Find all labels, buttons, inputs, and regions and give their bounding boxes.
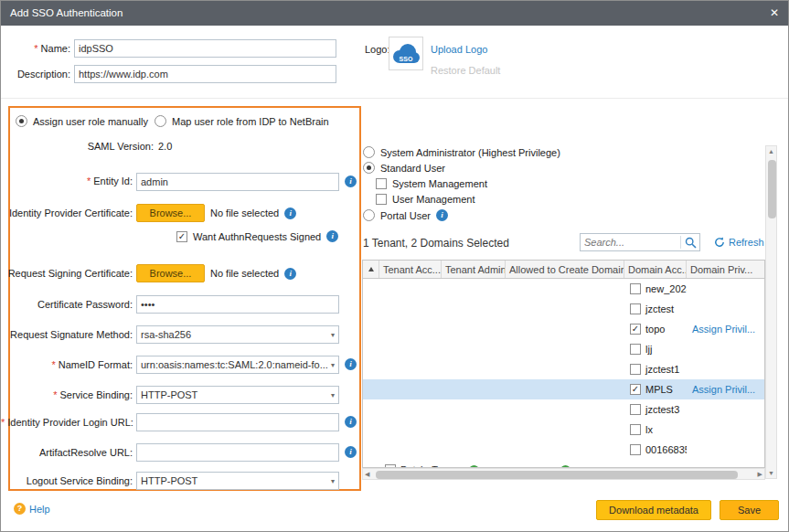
description-input[interactable] (74, 65, 336, 83)
scroll-right-icon[interactable]: ▶ (758, 471, 762, 478)
help-icon: ? (14, 503, 26, 515)
table-header-tenant-admin[interactable]: Tenant Admin... (442, 261, 506, 278)
entity-id-input[interactable] (136, 173, 339, 191)
tenant-domain-table: Tenant Acc... Tenant Admin... Allowed to… (362, 260, 765, 468)
request-signature-method-select[interactable]: rsa-sha256 ▾ (136, 325, 339, 344)
vertical-scroll-thumb[interactable] (768, 160, 776, 218)
standard-user-option[interactable]: Standard User (363, 162, 445, 174)
logout-service-binding-select[interactable]: HTTP-POST ▾ (136, 472, 339, 490)
search-input[interactable] (581, 237, 680, 248)
artifact-resolve-url-label: ArtifactResolve URL: (1, 447, 133, 458)
assign-privilege-link[interactable]: Assign Privil... (692, 384, 755, 395)
artifact-resolve-url-input[interactable] (136, 443, 339, 462)
save-button[interactable]: Save (720, 500, 779, 520)
help-control[interactable]: ? Help (14, 503, 50, 515)
refresh-control[interactable]: Refresh (714, 237, 764, 248)
domain-checkbox[interactable] (630, 444, 641, 455)
selection-summary: 1 Tenant, 2 Domains Selected (363, 237, 509, 250)
domain-checkbox[interactable] (630, 303, 641, 314)
scroll-down-icon[interactable]: ▼ (766, 470, 776, 476)
map-from-idp-radio[interactable] (155, 115, 166, 127)
certificate-password-input[interactable] (136, 295, 339, 314)
portal-user-option[interactable]: Portal User i (363, 209, 448, 221)
saml-version-value: 2.0 (158, 141, 172, 152)
table-row-domain[interactable]: 00166835 (363, 440, 764, 460)
standard-user-radio[interactable] (363, 162, 375, 174)
refresh-icon (714, 237, 725, 248)
refresh-link[interactable]: Refresh (729, 237, 764, 248)
restore-default-link[interactable]: Restore Default (431, 65, 500, 76)
scroll-left-icon[interactable]: ◀ (365, 471, 369, 478)
system-admin-option[interactable]: System Administrator (Highest Privilege) (363, 146, 560, 158)
domain-checkbox[interactable] (630, 344, 641, 355)
logout-service-binding-label: Logout Service Binding: (1, 475, 133, 486)
map-role-idp-option[interactable]: Map user role from IDP to NetBrain (155, 115, 329, 127)
table-row-domain-selected[interactable]: MPLS Assign Privil... (363, 379, 764, 399)
saml-version-label: SAML Version: (1, 141, 154, 152)
chevron-down-icon: ▾ (331, 391, 335, 399)
assign-privilege-link[interactable]: Assign Privil... (692, 324, 755, 335)
system-admin-radio[interactable] (363, 146, 375, 158)
nameid-format-select[interactable]: urn:oasis:names:tc:SAML:2.0:nameid-fo...… (136, 356, 339, 374)
name-input[interactable] (74, 39, 336, 58)
logo-preview: SSO (389, 37, 423, 70)
assign-role-manually-option[interactable]: Assign user role manually (16, 115, 148, 127)
table-header-allowed-create[interactable]: Allowed to Create Domain ... (506, 261, 624, 278)
signing-cert-info-icon: i (284, 268, 296, 280)
table-row-domain[interactable]: ljj (363, 339, 764, 359)
signing-cert-browse-button[interactable]: Browse... (136, 264, 205, 282)
system-management-checkbox[interactable] (376, 178, 387, 189)
request-signing-cert-label: Request Signing Certificate: (1, 268, 133, 279)
user-management-option[interactable]: User Management (376, 194, 475, 205)
want-authn-checkbox[interactable] (176, 231, 187, 242)
table-row-domain[interactable]: new_2024( (363, 279, 764, 299)
chevron-down-icon: ▾ (331, 361, 335, 369)
idp-login-url-input[interactable] (136, 413, 339, 431)
domain-checkbox[interactable] (630, 404, 641, 415)
want-authn-info-icon: i (326, 230, 338, 242)
idp-cert-browse-button[interactable]: Browse... (136, 204, 205, 222)
domain-checkbox[interactable] (630, 384, 641, 395)
help-link[interactable]: Help (29, 504, 50, 515)
upload-logo-link[interactable]: Upload Logo (431, 44, 487, 55)
service-binding-select[interactable]: HTTP-POST ▾ (136, 386, 339, 404)
table-header-domain-access[interactable]: Domain Acc... (624, 261, 687, 278)
want-authn-option[interactable]: Want AuthnRequests Signed i (176, 230, 338, 242)
tenant-search-box[interactable] (580, 233, 700, 251)
user-management-checkbox[interactable] (376, 194, 387, 205)
domain-checkbox[interactable] (630, 283, 641, 294)
collapse-all-icon (368, 267, 374, 271)
artifact-resolve-info-icon: i (345, 446, 357, 458)
table-row-domain[interactable]: jzctest1 (363, 359, 764, 379)
scroll-up-icon[interactable]: ▲ (766, 148, 776, 154)
idp-login-url-label: *Identity Provider Login URL: (1, 417, 133, 428)
table-row-domain[interactable]: jzctest (363, 299, 764, 319)
search-icon[interactable] (681, 237, 699, 249)
portal-user-radio[interactable] (363, 209, 375, 221)
vertical-scrollbar[interactable]: ▲ ▼ (765, 145, 777, 479)
domain-checkbox[interactable] (630, 424, 641, 435)
horizontal-scroll-thumb[interactable] (376, 471, 738, 479)
domain-checkbox[interactable] (630, 364, 641, 375)
domain-checkbox[interactable] (630, 324, 641, 335)
table-row-domain[interactable]: jzctest3 (363, 399, 764, 420)
download-metadata-button[interactable]: Download metadata (596, 500, 711, 520)
domain-name: jzctest (645, 303, 674, 314)
logo-label: Logo: (365, 44, 390, 55)
table-header-domain-privilege[interactable]: Domain Priv... (687, 261, 764, 278)
table-header-expander[interactable] (363, 261, 379, 278)
chevron-down-icon: ▾ (331, 331, 335, 339)
horizontal-scrollbar[interactable]: ◀ ▶ (362, 468, 765, 480)
tenant-row[interactable]: Patch_Ter (363, 460, 764, 468)
sso-cloud-icon: SSO (390, 42, 421, 66)
table-header-tenant-access[interactable]: Tenant Acc... (379, 261, 442, 278)
system-management-option[interactable]: System Management (376, 178, 487, 189)
certificate-password-label: Certificate Password: (1, 299, 133, 310)
table-row-domain[interactable]: topo Assign Privil... (363, 319, 764, 339)
table-row-domain[interactable]: lx (363, 420, 764, 440)
domain-name: ljj (645, 344, 652, 355)
idp-login-url-info-icon: i (345, 416, 357, 428)
assign-manually-radio[interactable] (16, 115, 27, 127)
close-icon[interactable]: ✕ (770, 6, 779, 19)
idp-certificate-label: Identity Provider Certificate: (1, 207, 133, 218)
